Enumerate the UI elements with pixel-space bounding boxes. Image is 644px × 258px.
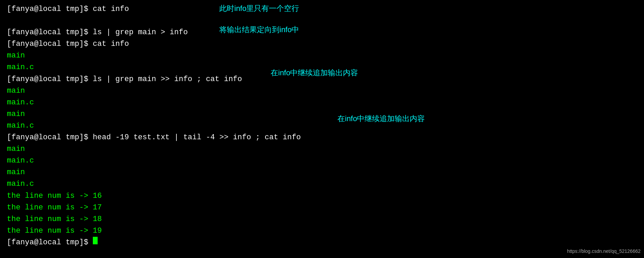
terminal-line: main — [7, 143, 637, 155]
terminal-line: the line num is -> 17 — [7, 202, 637, 214]
command-text: ls | grep main > info — [93, 27, 188, 38]
terminal-line: [fanya@local tmp]$ head -19 test.txt | t… — [7, 132, 637, 143]
output-text: main.c — [7, 178, 34, 190]
output-text: main — [7, 85, 25, 97]
terminal-line: [fanya@local tmp]$ cat info — [7, 3, 637, 15]
prompt: [fanya@local tmp]$ — [7, 27, 93, 38]
terminal-line: main — [7, 167, 637, 178]
output-text: the line num is -> 19 — [7, 225, 102, 237]
command-text: cat info — [93, 38, 129, 50]
annotation-1: 将输出结果定向到info中 — [219, 24, 299, 36]
terminal-line: [fanya@local tmp]$ — [7, 237, 637, 248]
terminal-line: main.c — [7, 120, 637, 132]
output-text: main — [7, 108, 25, 120]
output-text: main.c — [7, 155, 34, 167]
annotation-2: 在info中继续追加输出内容 — [271, 67, 358, 79]
output-text: the line num is -> 18 — [7, 214, 102, 225]
terminal-line: main.c — [7, 178, 637, 190]
prompt: [fanya@local tmp]$ — [7, 132, 93, 143]
prompt: [fanya@local tmp]$ — [7, 237, 93, 248]
terminal-line: main.c — [7, 97, 637, 108]
terminal-line: the line num is -> 19 — [7, 225, 637, 237]
output-text: the line num is -> 17 — [7, 202, 102, 214]
output-text: main — [7, 50, 25, 62]
prompt: [fanya@local tmp]$ — [7, 38, 93, 50]
annotation-0: 此时info里只有一个空行 — [219, 3, 299, 14]
output-text: main — [7, 143, 25, 155]
prompt: [fanya@local tmp]$ — [7, 74, 93, 85]
terminal-line: main — [7, 108, 637, 120]
terminal-window: [fanya@local tmp]$ cat info [fanya@local… — [0, 0, 644, 252]
annotation-3: 在info中继续追加输出内容 — [337, 113, 425, 125]
terminal-line: [fanya@local tmp]$ cat info — [7, 38, 637, 50]
output-text: main.c — [7, 97, 34, 108]
terminal-line: the line num is -> 18 — [7, 214, 637, 225]
command-text: head -19 test.txt | tail -4 >> info ; ca… — [93, 132, 301, 143]
command-text: cat info — [93, 3, 129, 15]
command-text: ls | grep main >> info ; cat info — [93, 74, 242, 85]
terminal-line: main — [7, 85, 637, 97]
terminal-line: the line num is -> 16 — [7, 190, 637, 202]
watermark: https://blog.csdn.net/qq_52126662 — [567, 248, 641, 255]
output-text: main — [7, 167, 25, 178]
output-text: the line num is -> 16 — [7, 190, 102, 202]
terminal-line: main — [7, 50, 637, 62]
prompt: [fanya@local tmp]$ — [7, 3, 93, 15]
cursor — [93, 237, 98, 244]
terminal-line — [7, 15, 637, 27]
output-text: main.c — [7, 120, 34, 132]
output-text: main.c — [7, 62, 34, 73]
terminal-line: [fanya@local tmp]$ ls | grep main > info — [7, 27, 637, 38]
terminal-line: main.c — [7, 155, 637, 167]
